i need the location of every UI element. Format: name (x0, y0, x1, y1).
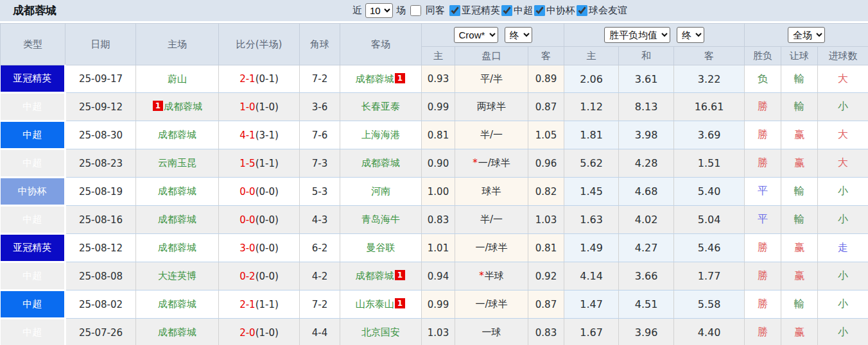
home-team-cell: 大连英博 (136, 262, 219, 290)
corner-count: 4-4 (300, 319, 340, 345)
full-time-score: 1-0 (239, 101, 256, 113)
avg-draw: 4.27 (619, 234, 674, 262)
competition-type-cell: 中超 (1, 149, 65, 178)
odds-stage-select[interactable]: 终 (505, 27, 532, 43)
competition-filter[interactable]: 中超 (500, 4, 533, 17)
avg-away-win: 1.51 (674, 149, 745, 178)
subcol-goals: 进球数 (818, 47, 868, 65)
home-odds: 0.83 (422, 206, 455, 234)
result-group-header: 全场 (745, 24, 868, 47)
avg-away-win: 5.46 (674, 234, 745, 262)
match-row: 亚冠精英 25-08-12 成都蓉城 3-0(0-0) 6-2 曼谷联 1.01… (1, 234, 868, 262)
home-team-cell: 成都蓉城 (136, 121, 219, 149)
handicap-result: 輸 (781, 65, 818, 93)
avg-type-select[interactable]: 胜平负均值 (604, 27, 670, 43)
team-name: 大连英博 (158, 270, 196, 282)
team-name: 河南 (371, 185, 390, 197)
team-name: 成都蓉城 (164, 101, 202, 112)
team-name: 上海海港 (361, 129, 400, 140)
team-name: 北京国安 (361, 326, 400, 338)
subcol-avg-home: 主 (564, 47, 619, 65)
avg-home-win: 1.45 (564, 178, 619, 206)
filter-bar: 近 10 场 同客 亚冠精英中超中协杯球会友谊 (352, 3, 627, 18)
subcol-win-lose: 胜负 (745, 47, 781, 65)
handicap-line: *一/球半 (455, 149, 528, 178)
half-time-score: (1-1) (256, 299, 279, 310)
score-cell: 0-0(0-0) (219, 178, 300, 206)
competition-filter[interactable]: 球会友谊 (575, 4, 627, 17)
corner-count: 7-6 (300, 121, 340, 149)
match-row: 中超 25-07-26 成都蓉城 2-0(1-0) 4-4 北京国安 1.03 … (1, 319, 868, 345)
competition-checkbox[interactable] (577, 5, 587, 16)
score-cell: 2-1(0-1) (219, 65, 300, 93)
team-name: 曼谷联 (367, 242, 395, 253)
match-date: 25-09-17 (65, 65, 136, 93)
avg-home-win: 1.63 (564, 206, 619, 234)
match-date: 25-08-19 (65, 178, 136, 206)
competition-type-cell: 中协杯 (1, 178, 65, 206)
away-team-cell: 上海海港 (340, 121, 422, 149)
home-odds: 0.93 (422, 65, 455, 93)
competition-filter[interactable]: 亚冠精英 (448, 4, 500, 17)
avg-away-win: 5.04 (674, 206, 745, 234)
team-name: 青岛海牛 (361, 214, 400, 225)
competition-type-cell: 中超 (1, 290, 65, 319)
result-win-lose: 平 (745, 178, 781, 206)
handicap-result: 赢 (781, 234, 818, 262)
half-time-score: (0-0) (256, 214, 279, 226)
away-odds: 0.87 (528, 93, 564, 121)
page-title: 成都蓉城 (13, 3, 56, 18)
avg-stage-select[interactable]: 终 (677, 27, 704, 43)
avg-away-win: 3.22 (674, 65, 745, 93)
handicap-result: 輸 (781, 206, 818, 234)
goals-over-under: 小 (818, 206, 868, 234)
goals-over-under: 小 (818, 93, 868, 121)
competition-checkbox[interactable] (534, 5, 545, 16)
home-team-cell: 成都蓉城 (136, 178, 219, 206)
away-odds: 0.92 (528, 262, 564, 290)
half-time-score: (3-1) (256, 130, 279, 141)
avg-draw: 3.98 (619, 121, 674, 149)
avg-away-win: 3.69 (674, 121, 745, 149)
competition-checkbox[interactable] (449, 5, 460, 16)
same-away-checkbox[interactable] (410, 5, 421, 16)
top-bar: 成都蓉城 近 10 场 同客 亚冠精英中超中协杯球会友谊 (0, 0, 868, 23)
handicap-result: 輸 (781, 178, 818, 206)
match-history-page: 成都蓉城 近 10 场 同客 亚冠精英中超中协杯球会友谊 类型 日期 主场 比分… (0, 0, 868, 345)
full-time-score: 3-0 (239, 242, 256, 254)
score-cell: 3-0(0-0) (219, 234, 300, 262)
avg-home-win: 1.67 (564, 319, 619, 345)
col-header-type: 类型 (1, 24, 65, 65)
corner-count: 4-2 (300, 262, 340, 290)
result-win-lose: 勝 (745, 234, 781, 262)
subcol-handicap: 盘口 (455, 47, 528, 65)
corner-count: 5-3 (300, 178, 340, 206)
avg-away-win: 5.40 (674, 178, 745, 206)
corner-count: 4-3 (300, 206, 340, 234)
away-team-cell: 成都蓉城1 (340, 262, 422, 290)
team-name: 成都蓉城 (158, 129, 196, 140)
scope-select[interactable]: 全场 (788, 27, 825, 43)
subcol-avg-draw: 和 (619, 47, 674, 65)
competition-filter[interactable]: 中协杯 (533, 4, 575, 17)
result-win-lose: 勝 (745, 290, 781, 319)
match-date: 25-08-12 (65, 234, 136, 262)
match-history-table: 类型 日期 主场 比分(半场) 角球 客场 Crow* 终 胜平负均值 终 (0, 23, 868, 345)
recent-count-select[interactable]: 10 (365, 3, 393, 18)
matches-label: 场 (396, 4, 406, 17)
avg-home-win: 1.12 (564, 93, 619, 121)
handicap-line: *半球 (455, 262, 528, 290)
competition-type-cell: 中超 (1, 121, 65, 149)
odds-company-select[interactable]: Crow* (454, 27, 498, 43)
away-team-cell: 成都蓉城 (340, 149, 422, 178)
competition-checkbox[interactable] (501, 5, 512, 16)
avg-home-win: 1.81 (564, 121, 619, 149)
away-team-cell: 山东泰山1 (340, 290, 422, 319)
result-win-lose: 平 (745, 206, 781, 234)
result-win-lose: 勝 (745, 149, 781, 178)
avg-draw: 4.28 (619, 149, 674, 178)
subcol-avg-away: 客 (674, 47, 745, 65)
handicap-line: 球半 (455, 178, 528, 206)
team-name: 成都蓉城 (356, 270, 394, 282)
away-odds: 0.89 (528, 65, 564, 93)
